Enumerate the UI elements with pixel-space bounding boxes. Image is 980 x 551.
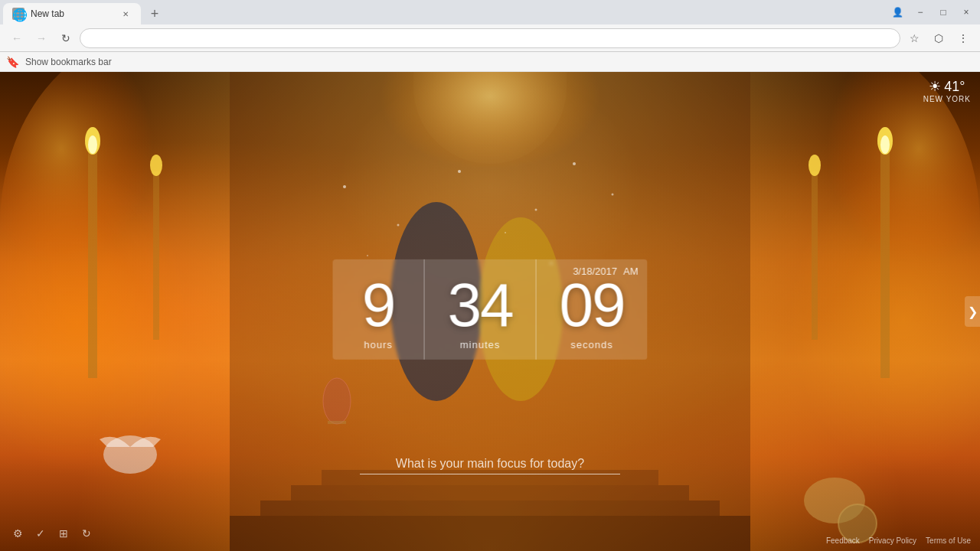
menu-button[interactable]: ⋮ [952, 28, 974, 49]
tab-area: 🌐 New tab ✕ + [3, 0, 165, 24]
bottom-toolbar: ⚙ ✓ ⊞ ↻ [9, 525, 95, 542]
clock-minutes-section: 34 minutes [425, 259, 537, 360]
tab-close-button[interactable]: ✕ [119, 8, 132, 20]
bookmarks-bar[interactable]: 🔖 Show bookmarks bar [0, 52, 980, 72]
terms-link[interactable]: Terms of Use [926, 536, 971, 545]
bookmarks-icon: 🔖 [6, 56, 19, 68]
bookmarks-bar-label: Show bookmarks bar [25, 57, 112, 67]
weather-city: NEW YORK [923, 95, 971, 103]
weather-widget[interactable]: ☀ 41° NEW YORK [923, 78, 971, 103]
minimize-button[interactable]: − [910, 2, 931, 23]
active-tab[interactable]: 🌐 New tab ✕ [3, 3, 141, 24]
feedback-link[interactable]: Feedback [826, 536, 860, 545]
new-tab-button[interactable]: + [144, 3, 165, 24]
weather-top: ☀ 41° [929, 78, 965, 95]
refresh-button[interactable]: ↻ [78, 525, 95, 542]
clock-hours-label: hours [364, 339, 393, 350]
profile-button[interactable]: 👤 [887, 2, 908, 23]
clock-seconds-label: seconds [570, 339, 612, 350]
todo-button[interactable]: ✓ [32, 525, 49, 542]
bookmark-star-button[interactable]: ☆ [903, 28, 925, 49]
tab-title: New tab [31, 8, 113, 19]
focus-input[interactable] [360, 454, 620, 474]
nav-right-icons: ☆ ⬡ ⋮ [903, 28, 974, 49]
forward-button[interactable]: → [31, 28, 52, 49]
weather-temperature: 41° [944, 79, 965, 95]
weather-sun-icon: ☀ [929, 78, 941, 95]
browser-frame: 🌐 New tab ✕ + 👤 − □ × ← → ↻ ☆ ⬡ ⋮ 🔖 Show… [0, 0, 980, 551]
window-controls: 👤 − □ × [887, 2, 977, 23]
maximize-button[interactable]: □ [933, 2, 954, 23]
clock-container: 3/18/2017 AM 9 hours 34 minutes 09 secon… [333, 259, 648, 360]
content-area: 3/18/2017 AM 9 hours 34 minutes 09 secon… [0, 72, 980, 551]
back-button[interactable]: ← [6, 28, 28, 49]
clock-hours-section: 9 hours [333, 259, 425, 360]
close-button[interactable]: × [956, 2, 977, 23]
refresh-button[interactable]: ↻ [55, 28, 77, 49]
focus-container [360, 454, 620, 474]
settings-button[interactable]: ⚙ [9, 525, 26, 542]
ampm-text: AM [623, 266, 639, 277]
tab-favicon: 🌐 [12, 8, 24, 20]
extensions-button[interactable]: ⬡ [928, 28, 949, 49]
clock-hours-value: 9 [362, 275, 395, 336]
clock-minutes-value: 34 [448, 275, 513, 336]
date-text: 3/18/2017 [573, 266, 617, 277]
clock-widget: 3/18/2017 AM 9 hours 34 minutes 09 secon… [333, 259, 648, 360]
clock-minutes-label: minutes [460, 339, 501, 350]
apps-button[interactable]: ⊞ [55, 525, 72, 542]
nav-bar: ← → ↻ ☆ ⬡ ⋮ [0, 24, 980, 52]
clock-seconds-value: 09 [560, 275, 625, 336]
bottom-right-links: Feedback Privacy Policy Terms of Use [826, 536, 971, 545]
address-bar[interactable] [80, 28, 900, 48]
privacy-link[interactable]: Privacy Policy [869, 536, 916, 545]
title-bar: 🌐 New tab ✕ + 👤 − □ × [0, 0, 980, 24]
date-display: 3/18/2017 AM [573, 266, 638, 277]
side-arrow-button[interactable]: ❯ [965, 296, 980, 327]
